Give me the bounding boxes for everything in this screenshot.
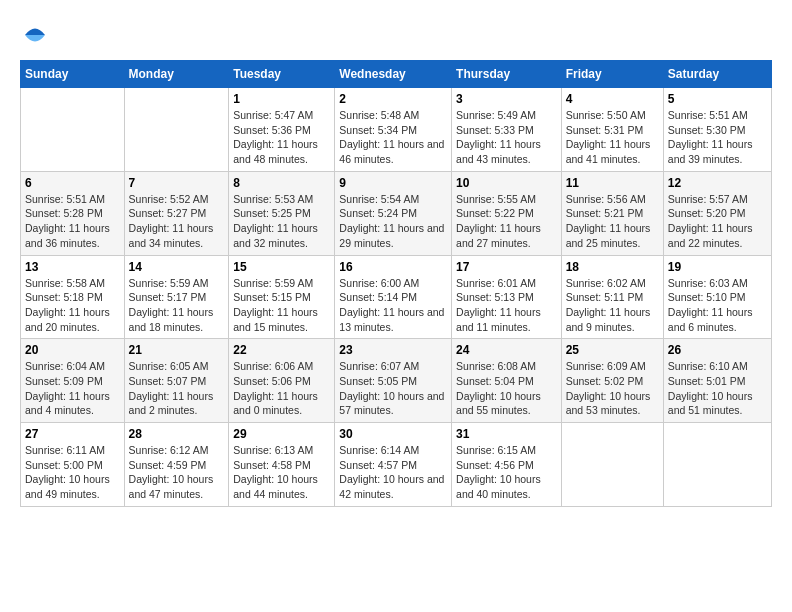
day-info: Sunrise: 6:13 AMSunset: 4:58 PMDaylight:…	[233, 443, 330, 502]
calendar-cell: 13Sunrise: 5:58 AMSunset: 5:18 PMDayligh…	[21, 255, 125, 339]
column-header-monday: Monday	[124, 61, 229, 88]
page-header	[20, 20, 772, 50]
calendar-cell: 19Sunrise: 6:03 AMSunset: 5:10 PMDayligh…	[663, 255, 771, 339]
calendar-cell: 20Sunrise: 6:04 AMSunset: 5:09 PMDayligh…	[21, 339, 125, 423]
day-number: 27	[25, 427, 120, 441]
day-number: 10	[456, 176, 557, 190]
day-info: Sunrise: 6:01 AMSunset: 5:13 PMDaylight:…	[456, 276, 557, 335]
column-header-friday: Friday	[561, 61, 663, 88]
day-info: Sunrise: 6:08 AMSunset: 5:04 PMDaylight:…	[456, 359, 557, 418]
day-info: Sunrise: 6:04 AMSunset: 5:09 PMDaylight:…	[25, 359, 120, 418]
day-number: 7	[129, 176, 225, 190]
day-number: 2	[339, 92, 447, 106]
calendar-cell	[124, 88, 229, 172]
day-number: 20	[25, 343, 120, 357]
calendar-week-row: 1Sunrise: 5:47 AMSunset: 5:36 PMDaylight…	[21, 88, 772, 172]
day-number: 15	[233, 260, 330, 274]
column-header-wednesday: Wednesday	[335, 61, 452, 88]
calendar-cell: 22Sunrise: 6:06 AMSunset: 5:06 PMDayligh…	[229, 339, 335, 423]
day-info: Sunrise: 5:47 AMSunset: 5:36 PMDaylight:…	[233, 108, 330, 167]
day-number: 19	[668, 260, 767, 274]
day-info: Sunrise: 6:15 AMSunset: 4:56 PMDaylight:…	[456, 443, 557, 502]
day-info: Sunrise: 5:58 AMSunset: 5:18 PMDaylight:…	[25, 276, 120, 335]
day-info: Sunrise: 5:56 AMSunset: 5:21 PMDaylight:…	[566, 192, 659, 251]
calendar-cell: 24Sunrise: 6:08 AMSunset: 5:04 PMDayligh…	[452, 339, 562, 423]
day-info: Sunrise: 5:53 AMSunset: 5:25 PMDaylight:…	[233, 192, 330, 251]
calendar-cell	[21, 88, 125, 172]
day-number: 3	[456, 92, 557, 106]
day-number: 30	[339, 427, 447, 441]
calendar-cell: 26Sunrise: 6:10 AMSunset: 5:01 PMDayligh…	[663, 339, 771, 423]
day-info: Sunrise: 6:05 AMSunset: 5:07 PMDaylight:…	[129, 359, 225, 418]
calendar-week-row: 20Sunrise: 6:04 AMSunset: 5:09 PMDayligh…	[21, 339, 772, 423]
day-number: 25	[566, 343, 659, 357]
day-number: 24	[456, 343, 557, 357]
calendar-cell: 2Sunrise: 5:48 AMSunset: 5:34 PMDaylight…	[335, 88, 452, 172]
day-info: Sunrise: 5:51 AMSunset: 5:28 PMDaylight:…	[25, 192, 120, 251]
calendar-table: SundayMondayTuesdayWednesdayThursdayFrid…	[20, 60, 772, 507]
column-header-thursday: Thursday	[452, 61, 562, 88]
day-number: 9	[339, 176, 447, 190]
day-info: Sunrise: 5:59 AMSunset: 5:17 PMDaylight:…	[129, 276, 225, 335]
day-info: Sunrise: 5:54 AMSunset: 5:24 PMDaylight:…	[339, 192, 447, 251]
day-info: Sunrise: 6:10 AMSunset: 5:01 PMDaylight:…	[668, 359, 767, 418]
calendar-cell: 12Sunrise: 5:57 AMSunset: 5:20 PMDayligh…	[663, 171, 771, 255]
calendar-cell: 23Sunrise: 6:07 AMSunset: 5:05 PMDayligh…	[335, 339, 452, 423]
day-info: Sunrise: 5:59 AMSunset: 5:15 PMDaylight:…	[233, 276, 330, 335]
day-info: Sunrise: 6:07 AMSunset: 5:05 PMDaylight:…	[339, 359, 447, 418]
day-info: Sunrise: 5:52 AMSunset: 5:27 PMDaylight:…	[129, 192, 225, 251]
calendar-cell: 4Sunrise: 5:50 AMSunset: 5:31 PMDaylight…	[561, 88, 663, 172]
calendar-cell: 18Sunrise: 6:02 AMSunset: 5:11 PMDayligh…	[561, 255, 663, 339]
calendar-header-row: SundayMondayTuesdayWednesdayThursdayFrid…	[21, 61, 772, 88]
day-number: 14	[129, 260, 225, 274]
calendar-cell: 30Sunrise: 6:14 AMSunset: 4:57 PMDayligh…	[335, 423, 452, 507]
day-info: Sunrise: 6:12 AMSunset: 4:59 PMDaylight:…	[129, 443, 225, 502]
day-info: Sunrise: 5:50 AMSunset: 5:31 PMDaylight:…	[566, 108, 659, 167]
logo	[20, 20, 52, 50]
day-info: Sunrise: 5:49 AMSunset: 5:33 PMDaylight:…	[456, 108, 557, 167]
calendar-cell: 7Sunrise: 5:52 AMSunset: 5:27 PMDaylight…	[124, 171, 229, 255]
logo-icon	[20, 20, 50, 50]
day-number: 1	[233, 92, 330, 106]
day-info: Sunrise: 5:51 AMSunset: 5:30 PMDaylight:…	[668, 108, 767, 167]
day-number: 6	[25, 176, 120, 190]
calendar-cell: 29Sunrise: 6:13 AMSunset: 4:58 PMDayligh…	[229, 423, 335, 507]
day-info: Sunrise: 5:57 AMSunset: 5:20 PMDaylight:…	[668, 192, 767, 251]
day-number: 26	[668, 343, 767, 357]
calendar-cell: 21Sunrise: 6:05 AMSunset: 5:07 PMDayligh…	[124, 339, 229, 423]
calendar-cell: 16Sunrise: 6:00 AMSunset: 5:14 PMDayligh…	[335, 255, 452, 339]
day-info: Sunrise: 6:06 AMSunset: 5:06 PMDaylight:…	[233, 359, 330, 418]
day-number: 4	[566, 92, 659, 106]
calendar-cell: 15Sunrise: 5:59 AMSunset: 5:15 PMDayligh…	[229, 255, 335, 339]
day-number: 12	[668, 176, 767, 190]
calendar-week-row: 27Sunrise: 6:11 AMSunset: 5:00 PMDayligh…	[21, 423, 772, 507]
day-info: Sunrise: 5:48 AMSunset: 5:34 PMDaylight:…	[339, 108, 447, 167]
day-info: Sunrise: 6:09 AMSunset: 5:02 PMDaylight:…	[566, 359, 659, 418]
day-number: 21	[129, 343, 225, 357]
calendar-cell	[663, 423, 771, 507]
day-number: 18	[566, 260, 659, 274]
calendar-cell: 11Sunrise: 5:56 AMSunset: 5:21 PMDayligh…	[561, 171, 663, 255]
calendar-cell: 3Sunrise: 5:49 AMSunset: 5:33 PMDaylight…	[452, 88, 562, 172]
day-info: Sunrise: 6:00 AMSunset: 5:14 PMDaylight:…	[339, 276, 447, 335]
day-info: Sunrise: 5:55 AMSunset: 5:22 PMDaylight:…	[456, 192, 557, 251]
calendar-cell: 5Sunrise: 5:51 AMSunset: 5:30 PMDaylight…	[663, 88, 771, 172]
calendar-cell: 9Sunrise: 5:54 AMSunset: 5:24 PMDaylight…	[335, 171, 452, 255]
day-number: 11	[566, 176, 659, 190]
calendar-week-row: 6Sunrise: 5:51 AMSunset: 5:28 PMDaylight…	[21, 171, 772, 255]
calendar-cell	[561, 423, 663, 507]
calendar-cell: 25Sunrise: 6:09 AMSunset: 5:02 PMDayligh…	[561, 339, 663, 423]
day-info: Sunrise: 6:02 AMSunset: 5:11 PMDaylight:…	[566, 276, 659, 335]
day-number: 8	[233, 176, 330, 190]
column-header-saturday: Saturday	[663, 61, 771, 88]
day-number: 23	[339, 343, 447, 357]
calendar-cell: 14Sunrise: 5:59 AMSunset: 5:17 PMDayligh…	[124, 255, 229, 339]
calendar-cell: 8Sunrise: 5:53 AMSunset: 5:25 PMDaylight…	[229, 171, 335, 255]
day-number: 29	[233, 427, 330, 441]
calendar-week-row: 13Sunrise: 5:58 AMSunset: 5:18 PMDayligh…	[21, 255, 772, 339]
calendar-cell: 27Sunrise: 6:11 AMSunset: 5:00 PMDayligh…	[21, 423, 125, 507]
calendar-cell: 17Sunrise: 6:01 AMSunset: 5:13 PMDayligh…	[452, 255, 562, 339]
day-info: Sunrise: 6:14 AMSunset: 4:57 PMDaylight:…	[339, 443, 447, 502]
column-header-tuesday: Tuesday	[229, 61, 335, 88]
calendar-cell: 10Sunrise: 5:55 AMSunset: 5:22 PMDayligh…	[452, 171, 562, 255]
